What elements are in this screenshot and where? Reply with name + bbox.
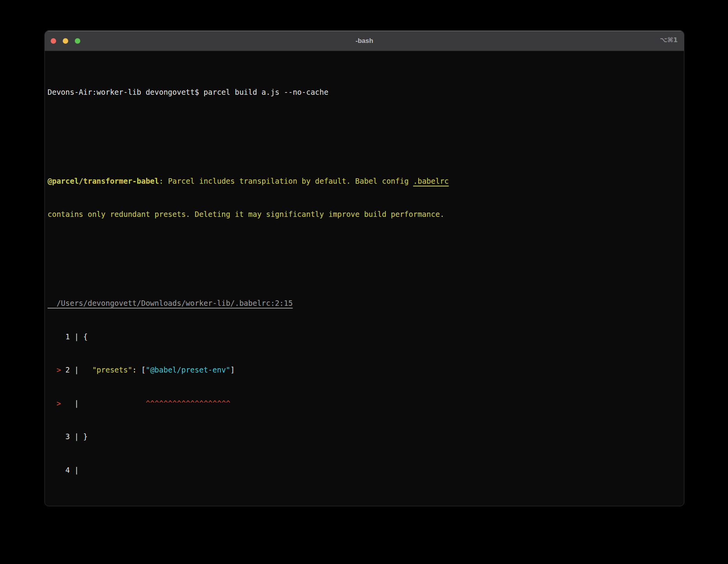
- gutter: 2 |: [65, 365, 92, 374]
- codeframe1-path: /Users/devongovett/Downloads/worker-lib/…: [48, 298, 681, 309]
- plugin-name: @parcel/transformer-babel: [48, 177, 159, 185]
- prompt-command-line: Devons-Air:worker-lib devongovett$ parce…: [48, 87, 681, 98]
- warning-text: Parcel includes transpilation by default…: [168, 177, 413, 185]
- tab-shortcut-badge: ⌥⌘1: [660, 36, 678, 44]
- marker: >: [48, 399, 65, 408]
- file-path-link[interactable]: /Users/devongovett/Downloads/worker-lib/…: [48, 299, 293, 307]
- titlebar[interactable]: -bash ⌥⌘1: [45, 31, 684, 51]
- blank-line: [48, 131, 681, 142]
- code-line: 4 |: [48, 466, 79, 474]
- blank-line: [48, 253, 681, 264]
- codeframe1-line4: 4 |: [48, 465, 681, 476]
- json-string: "@babel/preset-env": [146, 365, 230, 374]
- caret-underline: ^^^^^^^^^^^^^^^^^^^: [146, 399, 230, 408]
- warning1-line1: @parcel/transformer-babel: Parcel includ…: [48, 176, 681, 187]
- command-text: Devons-Air:worker-lib devongovett$ parce…: [48, 88, 329, 96]
- punctuation: ]: [230, 365, 235, 374]
- warning-text: contains only redundant presets. Deletin…: [48, 210, 444, 218]
- punctuation: : [: [132, 365, 145, 374]
- code-line: 3 | }: [48, 432, 88, 441]
- codeframe1-line2: > 2 | "presets": ["@babel/preset-env"]: [48, 364, 681, 376]
- code-line: 1 | {: [48, 332, 88, 341]
- marker: >: [48, 365, 65, 374]
- separator: :: [159, 177, 168, 185]
- warning1-line2: contains only redundant presets. Deletin…: [48, 209, 681, 220]
- gutter: |: [65, 399, 146, 408]
- window-title: -bash: [45, 37, 684, 45]
- codeframe1-carets: > | ^^^^^^^^^^^^^^^^^^^: [48, 398, 681, 409]
- terminal-window: -bash ⌥⌘1 Devons-Air:worker-lib devongov…: [44, 30, 684, 506]
- terminal-content[interactable]: Devons-Air:worker-lib devongovett$ parce…: [45, 51, 684, 506]
- babelrc-link[interactable]: .babelrc: [413, 177, 449, 185]
- codeframe1-line3: 3 | }: [48, 431, 681, 442]
- codeframe1-line1: 1 | {: [48, 331, 681, 342]
- json-key: "presets": [92, 365, 132, 374]
